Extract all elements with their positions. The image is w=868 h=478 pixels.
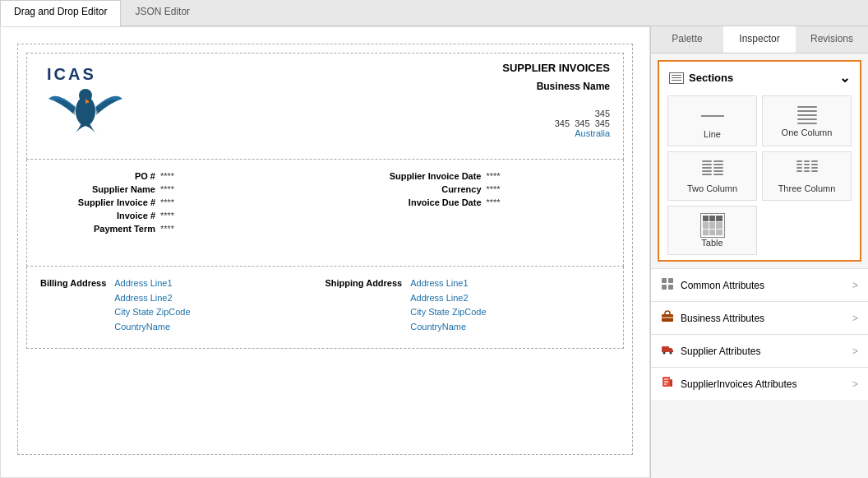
business-attributes-icon [661, 310, 674, 326]
palette-label-line: Line [704, 129, 721, 139]
panel-tab-inspector[interactable]: Inspector [723, 26, 796, 53]
three-column-icon [795, 159, 820, 183]
main-layout: ICAS [0, 26, 868, 478]
svg-rect-3 [662, 278, 667, 283]
svg-rect-9 [662, 346, 669, 352]
fields-right: Supplier Invoice Date **** Currency ****… [326, 169, 611, 256]
panel-tab-palette[interactable]: Palette [651, 26, 723, 53]
accordion-supplier-invoices-attributes[interactable]: SupplierInvoices Attributes > [651, 367, 868, 400]
canvas-area: ICAS [0, 26, 650, 478]
line-icon [699, 103, 726, 129]
accordion-supplier-attributes[interactable]: Supplier Attributes > [651, 334, 868, 367]
logo-bird-icon: ICAS [40, 62, 131, 136]
two-column-icon [700, 159, 725, 183]
one-column-icon [795, 103, 820, 128]
tab-drag-drop[interactable]: Drag and Drop Editor [0, 0, 121, 26]
invoice-title: SUPPLIER INVOICES [502, 62, 610, 74]
section-address[interactable]: Billing Address Address Line1 Address Li… [26, 267, 624, 349]
common-attributes-arrow: > [852, 280, 858, 291]
palette-label-three-column: Three Column [778, 183, 836, 193]
palette-label-one-column: One Column [782, 128, 833, 137]
sections-icon [669, 72, 684, 84]
field-supplier-name: Supplier Name **** [40, 183, 326, 196]
supplier-invoices-attributes-icon [661, 376, 674, 392]
supplier-invoices-attributes-arrow: > [852, 378, 858, 390]
field-supplier-invoice-num: Supplier Invoice # **** [40, 196, 326, 209]
tab-json-editor[interactable]: JSON Editor [121, 0, 204, 26]
right-panel: Palette Inspector Revisions Sections [650, 26, 868, 478]
svg-point-10 [663, 352, 666, 355]
address-line-1: 345 [502, 109, 610, 118]
section-header[interactable]: ICAS [26, 53, 624, 160]
palette-grid: Line One Column [664, 95, 855, 255]
supplier-attributes-icon [661, 343, 674, 359]
palette-item-three-column[interactable]: Three Column [762, 151, 852, 201]
business-name: Business Name [502, 81, 610, 92]
palette-item-table[interactable]: Table [667, 206, 757, 255]
field-payment-term: Payment Term **** [40, 222, 326, 235]
palette-item-one-column[interactable]: One Column [762, 95, 852, 146]
shipping-address-lines: Address Line1 Address Line2 City State Z… [410, 276, 486, 338]
sections-collapse-icon[interactable]: ⌄ [839, 70, 850, 86]
billing-line1: Address Line1 [114, 276, 190, 291]
palette-label-two-column: Two Column [687, 183, 737, 193]
svg-rect-6 [668, 285, 673, 290]
accordion-business-attributes[interactable]: Business Attributes > [651, 301, 868, 334]
address-line-2: 345 345 345 [502, 118, 610, 128]
shipping-label: Shipping Address [326, 276, 403, 338]
logo-area: ICAS [40, 62, 139, 138]
common-attributes-icon [661, 277, 674, 293]
billing-address-block: Billing Address Address Line1 Address Li… [40, 276, 326, 338]
billing-line2: Address Line2 [114, 291, 190, 306]
billing-label: Billing Address [40, 276, 106, 338]
header-right: SUPPLIER INVOICES Business Name 345 345 … [502, 62, 610, 138]
address-country: Australia [502, 128, 610, 138]
business-attributes-arrow: > [852, 313, 858, 324]
common-attributes-label: Common Attributes [681, 280, 852, 291]
shipping-address-block: Shipping Address Address Line1 Address L… [326, 276, 611, 338]
supplier-invoices-attributes-label: SupplierInvoices Attributes [681, 378, 852, 390]
palette-item-line[interactable]: Line [667, 95, 757, 146]
table-icon [700, 213, 725, 238]
field-invoice-date: Supplier Invoice Date **** [326, 169, 611, 183]
supplier-attributes-arrow: > [852, 346, 858, 357]
invoice-document: ICAS [17, 44, 633, 455]
field-currency: Currency **** [326, 183, 611, 196]
billing-address-lines: Address Line1 Address Line2 City State Z… [114, 276, 190, 338]
top-tab-bar: Drag and Drop Editor JSON Editor [0, 0, 868, 26]
palette-item-two-column[interactable]: Two Column [667, 151, 757, 201]
business-attributes-label: Business Attributes [681, 313, 852, 324]
supplier-attributes-label: Supplier Attributes [681, 346, 852, 357]
palette-label-table: Table [701, 238, 723, 248]
shipping-line1: Address Line1 [410, 276, 486, 291]
svg-rect-13 [670, 379, 672, 387]
fields-left: PO # **** Supplier Name **** Supplier In… [40, 169, 326, 256]
shipping-country: CountryName [410, 320, 486, 335]
sections-palette: Sections ⌄ Line [658, 60, 861, 262]
section-fields[interactable]: PO # **** Supplier Name **** Supplier In… [26, 160, 624, 267]
field-invoice-num: Invoice # **** [40, 209, 326, 222]
svg-text:ICAS: ICAS [47, 65, 96, 83]
svg-rect-4 [668, 278, 673, 283]
panel-tab-revisions[interactable]: Revisions [796, 26, 868, 53]
accordion-common-attributes[interactable]: Common Attributes > [651, 268, 868, 301]
svg-point-11 [670, 352, 672, 355]
field-invoice-due: Invoice Due Date **** [326, 196, 611, 209]
field-po: PO # **** [40, 169, 326, 183]
shipping-line2: Address Line2 [410, 291, 486, 306]
panel-tabs: Palette Inspector Revisions [651, 26, 868, 53]
sections-palette-header: Sections ⌄ [664, 67, 855, 89]
sections-title: Sections [689, 72, 733, 84]
billing-country: CountryName [114, 320, 190, 335]
shipping-city: City State ZipCode [410, 305, 486, 320]
billing-city: City State ZipCode [114, 305, 190, 320]
svg-rect-5 [662, 285, 667, 290]
